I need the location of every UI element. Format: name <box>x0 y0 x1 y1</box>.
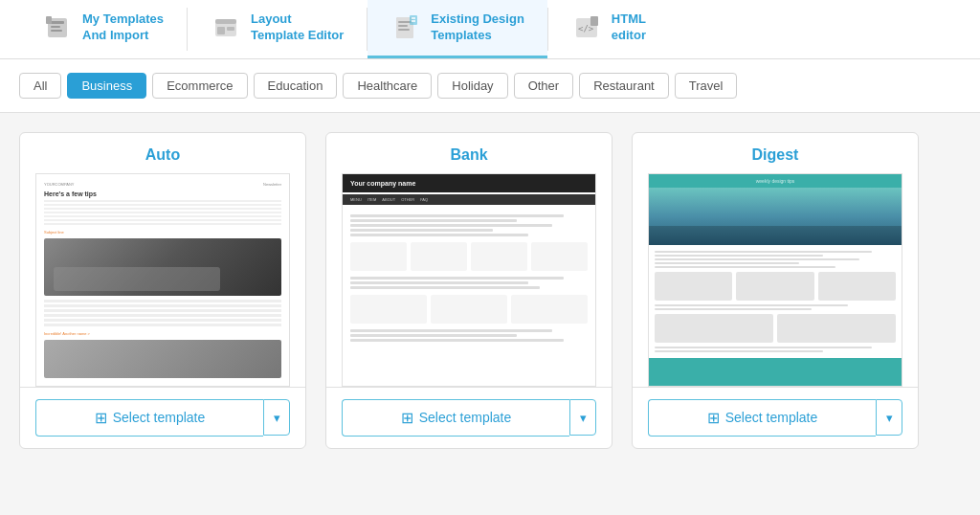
existing-design-icon <box>390 12 421 43</box>
svg-rect-14 <box>410 15 417 25</box>
top-navigation: My Templates And Import Layout Template … <box>0 0 980 59</box>
template-card-auto: Auto YOURCOMPANY Newsletter Here's a few… <box>19 132 306 449</box>
plus-icon-auto: ⊞ <box>95 409 107 427</box>
template-preview-bank: Your company name MENUITEMABOUTOTHERFAQ <box>342 173 596 387</box>
template-title-bank: Bank <box>326 133 612 173</box>
plus-icon-bank: ⊞ <box>401 409 413 427</box>
filter-restaurant[interactable]: Restaurant <box>579 73 669 99</box>
chevron-down-icon-bank: ▾ <box>580 411 587 425</box>
templates-grid: Auto YOURCOMPANY Newsletter Here's a few… <box>0 113 980 468</box>
template-card-digest: Digest weekly design tips <box>632 132 919 449</box>
svg-rect-11 <box>398 21 412 23</box>
existing-design-label: Existing Design Templates <box>431 11 524 44</box>
filter-all[interactable]: All <box>19 73 61 99</box>
svg-rect-8 <box>227 27 234 31</box>
filter-education[interactable]: Education <box>254 73 338 99</box>
select-label-bank: Select template <box>419 410 512 425</box>
nav-item-my-templates[interactable]: My Templates And Import <box>19 0 187 58</box>
svg-rect-19 <box>590 16 598 26</box>
select-dropdown-digest-button[interactable]: ▾ <box>876 399 902 436</box>
nav-item-html-editor[interactable]: </> HTML editor <box>548 0 669 58</box>
select-label-auto: Select template <box>113 410 206 425</box>
svg-rect-3 <box>51 30 62 32</box>
bank-preview-header: Your company name <box>343 174 595 192</box>
svg-rect-13 <box>398 29 410 31</box>
plus-icon-digest: ⊞ <box>707 409 720 427</box>
html-editor-label: HTML editor <box>612 11 646 44</box>
nav-item-existing-design[interactable]: Existing Design Templates <box>368 0 547 58</box>
filter-business[interactable]: Business <box>67 73 146 99</box>
template-card-bank: Bank Your company name MENUITEMABOUTOTHE… <box>325 132 612 449</box>
card-footer-auto: ⊞ Select template ▾ <box>20 387 305 448</box>
layout-editor-icon <box>211 12 241 43</box>
filter-other[interactable]: Other <box>514 73 574 99</box>
select-template-auto-button[interactable]: ⊞ Select template <box>35 399 263 437</box>
template-title-auto: Auto <box>20 133 305 173</box>
filter-healthcare[interactable]: Healthcare <box>343 73 432 99</box>
filter-travel[interactable]: Travel <box>675 73 738 99</box>
my-templates-label: My Templates And Import <box>82 11 164 44</box>
template-preview-digest: weekly design tips <box>648 173 902 387</box>
template-preview-auto: YOURCOMPANY Newsletter Here's a few tips… <box>35 173 290 387</box>
chevron-down-icon-auto: ▾ <box>274 411 280 425</box>
my-templates-icon <box>42 12 73 43</box>
html-editor-icon: </> <box>571 12 602 43</box>
nav-item-layout-editor[interactable]: Layout Template Editor <box>188 0 367 58</box>
select-dropdown-bank-button[interactable]: ▾ <box>569 399 596 436</box>
chevron-down-icon-digest: ▾ <box>886 411 893 425</box>
select-label-digest: Select template <box>725 410 818 425</box>
select-template-digest-button[interactable]: ⊞ Select template <box>648 399 876 437</box>
select-template-bank-button[interactable]: ⊞ Select template <box>342 399 569 437</box>
bank-preview-nav: MENUITEMABOUTOTHERFAQ <box>343 194 595 205</box>
filter-ecommerce[interactable]: Ecommerce <box>152 73 247 99</box>
template-title-digest: Digest <box>633 133 918 173</box>
svg-rect-2 <box>51 26 60 28</box>
layout-editor-label: Layout Template Editor <box>251 11 344 44</box>
svg-rect-4 <box>46 16 52 24</box>
filter-holiday[interactable]: Holiday <box>437 73 507 99</box>
svg-rect-1 <box>51 21 64 24</box>
card-footer-bank: ⊞ Select template ▾ <box>326 387 612 448</box>
card-footer-digest: ⊞ Select template ▾ <box>633 387 918 448</box>
svg-rect-12 <box>398 25 408 27</box>
filter-bar: All Business Ecommerce Education Healthc… <box>0 59 980 113</box>
select-dropdown-auto-button[interactable]: ▾ <box>263 399 290 436</box>
svg-rect-6 <box>215 19 236 24</box>
svg-rect-7 <box>217 27 225 34</box>
